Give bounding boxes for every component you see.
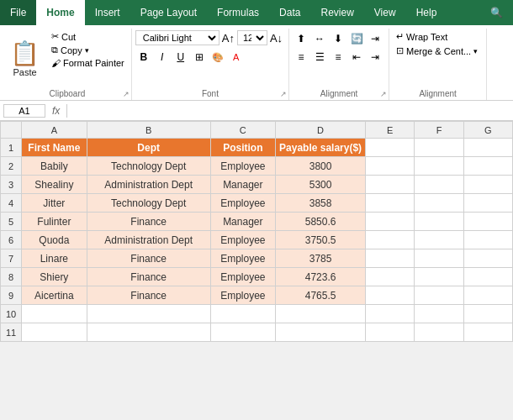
cell-r5c5[interactable] — [366, 213, 415, 231]
cell-r9c7[interactable] — [463, 286, 512, 305]
cell-r4c4[interactable]: 3858 — [276, 194, 366, 213]
cell-r4c2[interactable]: Technology Dept — [87, 194, 210, 213]
format-painter-button[interactable]: 🖌 Format Painter — [48, 57, 128, 69]
fill-color-button[interactable]: 🎨 — [209, 49, 226, 66]
cell-r9c1[interactable]: Aicertina — [22, 286, 87, 305]
cell-r10c6[interactable] — [415, 305, 463, 323]
row-header-2[interactable]: 2 — [1, 157, 22, 176]
cell-r9c3[interactable]: Employee — [210, 286, 275, 305]
italic-button[interactable]: I — [154, 49, 171, 66]
cell-r8c5[interactable] — [366, 268, 415, 286]
tab-help[interactable]: Help — [406, 0, 447, 25]
cell-r8c7[interactable] — [463, 268, 512, 286]
col-header-c[interactable]: C — [210, 122, 275, 139]
cell-r2c2[interactable]: Technology Dept — [87, 157, 210, 176]
orientation-button[interactable]: 🔄 — [348, 30, 365, 47]
tab-data[interactable]: Data — [269, 0, 310, 25]
merge-center-button[interactable]: ⊡ Merge & Cent... ▾ — [393, 45, 481, 57]
cell-r3c5[interactable] — [366, 176, 415, 194]
increase-indent-button[interactable]: ⇥ — [367, 49, 383, 66]
cell-r7c6[interactable] — [415, 249, 463, 268]
cell-r4c1[interactable]: Jitter — [22, 194, 87, 213]
cell-r7c4[interactable]: 3785 — [276, 249, 366, 268]
tab-review[interactable]: Review — [310, 0, 363, 25]
paste-button[interactable]: 📋 Paste — [5, 30, 45, 81]
cell-r8c2[interactable]: Finance — [87, 268, 210, 286]
row-header-10[interactable]: 10 — [1, 305, 22, 323]
wrap-text-button[interactable]: ↵ Wrap Text — [393, 30, 481, 43]
cell-r6c7[interactable] — [463, 231, 512, 249]
copy-dropdown-icon[interactable]: ▾ — [85, 46, 89, 55]
cell-r2c7[interactable] — [463, 157, 512, 176]
align-left-button[interactable]: ≡ — [293, 49, 309, 66]
cell-r8c1[interactable]: Shiery — [22, 268, 87, 286]
cell-r4c7[interactable] — [463, 194, 512, 213]
cell-r6c5[interactable] — [366, 231, 415, 249]
indent-button[interactable]: ⇥ — [367, 30, 383, 47]
row-header-9[interactable]: 9 — [1, 286, 22, 305]
cell-r1c2[interactable]: Dept — [87, 139, 210, 157]
bold-button[interactable]: B — [135, 49, 152, 66]
cell-r1c3[interactable]: Position — [210, 139, 275, 157]
cell-r10c1[interactable] — [22, 305, 87, 323]
align-right-button[interactable]: ≡ — [330, 49, 346, 66]
cell-r6c6[interactable] — [415, 231, 463, 249]
cell-r5c7[interactable] — [463, 213, 512, 231]
tab-insert[interactable]: Insert — [85, 0, 130, 25]
cell-r1c5[interactable] — [366, 139, 415, 157]
row-header-6[interactable]: 6 — [1, 231, 22, 249]
cell-r2c5[interactable] — [366, 157, 415, 176]
cell-r5c2[interactable]: Finance — [87, 213, 210, 231]
align-bottom-button[interactable]: ⬇ — [330, 30, 346, 47]
cell-r3c4[interactable]: 5300 — [276, 176, 366, 194]
cell-r2c1[interactable]: Babily — [22, 157, 87, 176]
cell-r10c2[interactable] — [87, 305, 210, 323]
tab-page-layout[interactable]: Page Layout — [130, 0, 207, 25]
cell-r10c4[interactable] — [276, 305, 366, 323]
cell-r11c7[interactable] — [463, 323, 512, 342]
col-header-a[interactable]: A — [22, 122, 87, 139]
cell-r7c1[interactable]: Linare — [22, 249, 87, 268]
font-size-up-icon[interactable]: A↑ — [221, 31, 235, 45]
row-header-5[interactable]: 5 — [1, 213, 22, 231]
font-launcher[interactable]: ↗ — [280, 90, 287, 98]
row-header-7[interactable]: 7 — [1, 249, 22, 268]
row-header-4[interactable]: 4 — [1, 194, 22, 213]
underline-button[interactable]: U — [172, 49, 189, 66]
col-header-g[interactable]: G — [463, 122, 512, 139]
cell-r5c6[interactable] — [415, 213, 463, 231]
cell-r10c7[interactable] — [463, 305, 512, 323]
align-center-button[interactable]: ☰ — [311, 49, 328, 66]
border-button[interactable]: ⊞ — [191, 49, 208, 66]
cell-r3c7[interactable] — [463, 176, 512, 194]
formula-input[interactable] — [71, 104, 510, 118]
cell-r7c3[interactable]: Employee — [210, 249, 275, 268]
cell-r10c5[interactable] — [366, 305, 415, 323]
cell-r6c2[interactable]: Administration Dept — [87, 231, 210, 249]
cell-r1c4[interactable]: Payable salary($) — [276, 139, 366, 157]
cell-r2c6[interactable] — [415, 157, 463, 176]
corner-header[interactable] — [1, 122, 22, 139]
cell-r7c7[interactable] — [463, 249, 512, 268]
copy-button[interactable]: ⧉ Copy ▾ — [48, 44, 128, 56]
cell-r3c3[interactable]: Manager — [210, 176, 275, 194]
decrease-indent-button[interactable]: ⇤ — [348, 49, 365, 66]
cell-r9c5[interactable] — [366, 286, 415, 305]
row-header-3[interactable]: 3 — [1, 176, 22, 194]
align-middle-button[interactable]: ↔ — [311, 30, 328, 47]
cell-r8c3[interactable]: Employee — [210, 268, 275, 286]
cut-button[interactable]: ✂ Cut — [48, 30, 128, 43]
cell-r11c6[interactable] — [415, 323, 463, 342]
clipboard-launcher[interactable]: ↗ — [123, 90, 130, 98]
tab-home[interactable]: Home — [36, 0, 84, 25]
cell-r8c4[interactable]: 4723.6 — [276, 268, 366, 286]
cell-r2c3[interactable]: Employee — [210, 157, 275, 176]
cell-r3c6[interactable] — [415, 176, 463, 194]
font-color-button[interactable]: A — [228, 49, 245, 66]
cell-r1c7[interactable] — [463, 139, 512, 157]
cell-r6c4[interactable]: 3750.5 — [276, 231, 366, 249]
col-header-e[interactable]: E — [366, 122, 415, 139]
tab-search-icon[interactable]: 🔍 — [480, 0, 513, 25]
tab-file[interactable]: File — [0, 0, 36, 25]
cell-r3c2[interactable]: Administration Dept — [87, 176, 210, 194]
